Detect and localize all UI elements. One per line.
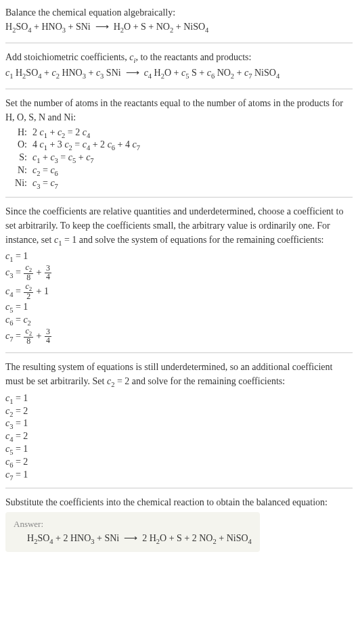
stoich-section: Add stoichiometric coefficients, ci, to …: [5, 50, 353, 82]
stoich-intro: Add stoichiometric coefficients, ci, to …: [5, 50, 353, 66]
coeff-val: c4 = 2: [5, 431, 353, 443]
answer-equation: H2SO4 + 2 HNO3 + SNi ⟶ 2 H2O + S + 2 NO2…: [27, 532, 252, 545]
prompt-equation: H2SO4 + HNO3 + SNi ⟶ H2O + S + NO2 + NiS…: [5, 20, 353, 36]
prompt-line1: Balance the chemical equation algebraica…: [5, 5, 353, 20]
atom-row-h: H: 2 c1 + c2 = 2 c4: [9, 127, 353, 139]
coeff-c6: c6 = c2: [5, 315, 353, 327]
coeff-val: c2 = 2: [5, 406, 353, 418]
atom-eq: c3 = c7: [32, 178, 58, 190]
coeff-c7: c7 = c28 + 34: [5, 327, 353, 346]
divider: [5, 89, 353, 89]
answer-box: Answer: H2SO4 + 2 HNO3 + SNi ⟶ 2 H2O + S…: [5, 512, 260, 552]
atom-eq: 4 c1 + 3 c2 = c4 + 2 c6 + 4 c7: [32, 139, 140, 152]
under1-intro: Since the coefficients are relative quan…: [5, 204, 353, 249]
divider: [5, 197, 353, 198]
atoms-intro: Set the number of atoms in the reactants…: [5, 96, 353, 124]
atom-label: N:: [9, 165, 32, 176]
divider: [5, 488, 353, 488]
atom-label: O:: [9, 139, 32, 150]
coeff-c4: c4 = c22 + 1: [5, 283, 353, 301]
coeff-val: c7 = 1: [5, 469, 353, 482]
answer-label: Answer:: [14, 519, 252, 530]
prompt-section: Balance the chemical equation algebraica…: [5, 5, 353, 36]
atom-row-n: N: c2 = c6: [9, 165, 353, 177]
atom-eq: c2 = c6: [32, 165, 58, 177]
atoms-section: Set the number of atoms in the reactants…: [5, 96, 353, 190]
coeff-val: c1 = 1: [5, 393, 353, 405]
coeff-c1: c1 = 1: [5, 251, 353, 263]
atom-label: Ni:: [9, 178, 32, 189]
coeff-c3: c3 = c28 + 34: [5, 264, 353, 282]
atoms-table: H: 2 c1 + c2 = 2 c4 O: 4 c1 + 3 c2 = c4 …: [9, 127, 353, 190]
final-intro: Substitute the coefficients into the che…: [5, 495, 353, 509]
coeff-list-2: c1 = 1 c2 = 2 c3 = 1 c4 = 2 c5 = 1 c6 = …: [5, 393, 353, 482]
underdetermined-2-section: The resulting system of equations is sti…: [5, 360, 353, 481]
stoich-equation: c1 H2SO4 + c2 HNO3 + c3 SNi ⟶ c4 H2O + c…: [5, 66, 353, 82]
coeff-c5: c5 = 1: [5, 302, 353, 314]
atom-row-o: O: 4 c1 + 3 c2 = c4 + 2 c6 + 4 c7: [9, 139, 353, 152]
coeff-val: c3 = 1: [5, 418, 353, 430]
coeff-val: c5 = 1: [5, 444, 353, 456]
atom-row-ni: Ni: c3 = c7: [9, 178, 353, 190]
final-section: Substitute the coefficients into the che…: [5, 495, 353, 552]
atom-eq: 2 c1 + c2 = 2 c4: [32, 127, 90, 139]
divider: [5, 352, 353, 353]
under2-intro: The resulting system of equations is sti…: [5, 360, 353, 390]
divider: [5, 43, 353, 43]
coeff-val: c6 = 2: [5, 457, 353, 469]
atom-label: S:: [9, 152, 32, 163]
atom-eq: c1 + c3 = c5 + c7: [32, 152, 94, 164]
coeff-list-1: c1 = 1 c3 = c28 + 34 c4 = c22 + 1 c5 = 1…: [5, 251, 353, 346]
atom-row-s: S: c1 + c3 = c5 + c7: [9, 152, 353, 164]
atom-label: H:: [9, 127, 32, 138]
underdetermined-1-section: Since the coefficients are relative quan…: [5, 204, 353, 346]
